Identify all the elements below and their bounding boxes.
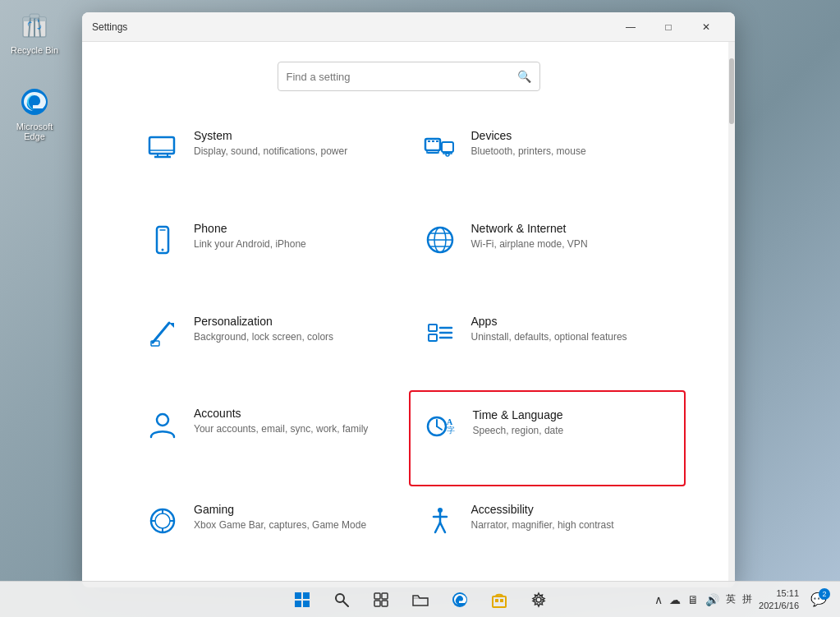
accounts-icon	[145, 407, 181, 443]
settings-item-network[interactable]: Network & Internet Wi-Fi, airplane mode,…	[409, 205, 686, 298]
svg-line-51	[440, 523, 445, 532]
search-box[interactable]: 🔍	[278, 62, 540, 91]
cloud-icon[interactable]: ☁	[668, 592, 682, 608]
time-language-text: Time & Language Speech, region, date	[473, 408, 564, 438]
title-bar: Settings — □ ✕	[82, 12, 735, 42]
recycle-bin-image	[18, 9, 51, 42]
svg-rect-64	[495, 599, 498, 602]
settings-item-phone[interactable]: Phone Link your Android, iPhone	[131, 205, 409, 298]
accounts-desc: Your accounts, email, sync, work, family	[194, 422, 368, 436]
notification-badge: 2	[819, 588, 830, 600]
personalization-text: Personalization Background, lock screen,…	[194, 315, 333, 344]
svg-rect-19	[436, 140, 438, 142]
chevron-up-icon[interactable]: ∧	[653, 592, 664, 608]
time-language-icon: A 字	[424, 408, 460, 444]
taskbar-time[interactable]: 15:11 2021/6/16	[759, 587, 799, 611]
svg-point-35	[157, 414, 168, 426]
minimize-button[interactable]: —	[612, 12, 650, 42]
volume-icon[interactable]: 🔊	[704, 592, 721, 608]
devices-desc: Bluetooth, printers, mouse	[471, 145, 586, 159]
maximize-button[interactable]: □	[650, 12, 687, 42]
settings-item-time-language[interactable]: A 字 Time & Language Speech, region, date	[409, 390, 686, 486]
svg-rect-17	[428, 140, 430, 142]
devices-text: Devices Bluetooth, printers, mouse	[471, 129, 586, 159]
svg-rect-58	[374, 593, 380, 599]
taskbar-settings-button[interactable]	[521, 585, 557, 615]
devices-icon	[422, 129, 458, 165]
system-title: System	[194, 129, 347, 142]
system-text: System Display, sound, notifications, po…	[194, 129, 347, 159]
taskbar-search-button[interactable]	[324, 585, 360, 615]
svg-rect-30	[429, 325, 437, 331]
date-display: 2021/6/16	[759, 600, 799, 611]
system-icon	[145, 129, 181, 165]
edge-image	[18, 85, 51, 118]
time-language-desc: Speech, region, date	[473, 424, 564, 438]
phone-text: Phone Link your Android, iPhone	[194, 222, 306, 251]
phone-title: Phone	[194, 222, 306, 235]
apps-title: Apps	[471, 315, 627, 328]
settings-item-accounts[interactable]: Accounts Your accounts, email, sync, wor…	[131, 390, 409, 486]
taskbar-edge-button[interactable]	[442, 585, 478, 615]
search-input[interactable]	[287, 71, 517, 83]
task-view-button[interactable]	[363, 585, 399, 615]
time-display: 15:11	[759, 587, 799, 599]
phone-desc: Link your Android, iPhone	[194, 237, 306, 251]
scrollbar-track[interactable]	[728, 42, 735, 587]
svg-line-28	[153, 323, 169, 343]
network-icon	[422, 222, 458, 258]
settings-item-gaming[interactable]: Gaming Xbox Game Bar, captures, Game Mod…	[131, 486, 409, 579]
gaming-icon	[145, 503, 181, 539]
accounts-title: Accounts	[194, 407, 368, 420]
svg-text:字: 字	[447, 426, 455, 435]
personalization-title: Personalization	[194, 315, 333, 328]
settings-item-accessibility[interactable]: Accessibility Narrator, magnifier, high …	[409, 486, 686, 579]
settings-item-system[interactable]: System Display, sound, notifications, po…	[131, 113, 409, 205]
accessibility-text: Accessibility Narrator, magnifier, high …	[471, 503, 614, 532]
phone-icon	[145, 222, 181, 258]
lang-icon[interactable]: 英	[724, 591, 737, 608]
apps-icon	[422, 315, 458, 351]
start-button[interactable]	[284, 585, 320, 615]
accessibility-title: Accessibility	[471, 503, 614, 516]
network-desc: Wi-Fi, airplane mode, VPN	[471, 237, 588, 251]
accessibility-icon	[422, 503, 458, 539]
gaming-title: Gaming	[194, 503, 366, 516]
svg-point-15	[446, 153, 449, 156]
svg-rect-5	[30, 14, 39, 18]
recycle-bin-icon[interactable]: Recycle Bin	[2, 6, 67, 58]
svg-rect-60	[374, 601, 380, 606]
gaming-desc: Xbox Game Bar, captures, Game Mode	[194, 518, 366, 532]
taskbar-center	[284, 585, 557, 615]
notification-button[interactable]: 💬 2	[804, 585, 833, 615]
time-language-title: Time & Language	[473, 408, 564, 421]
gaming-text: Gaming Xbox Game Bar, captures, Game Mod…	[194, 503, 366, 532]
settings-window: Settings — □ ✕ 🔍 System	[82, 12, 735, 587]
settings-item-apps[interactable]: Apps Uninstall, defaults, optional featu…	[409, 298, 686, 391]
ime-icon[interactable]: 拼	[741, 591, 754, 608]
search-container: 🔍	[82, 42, 735, 104]
search-icon: 🔍	[517, 70, 531, 83]
network-text: Network & Internet Wi-Fi, airplane mode,…	[471, 222, 588, 251]
close-button[interactable]: ✕	[687, 12, 725, 42]
accessibility-desc: Narrator, magnifier, high contrast	[471, 518, 614, 532]
file-explorer-button[interactable]	[402, 585, 438, 615]
scrollbar-thumb[interactable]	[729, 58, 734, 124]
devices-title: Devices	[471, 129, 586, 142]
settings-item-devices[interactable]: Devices Bluetooth, printers, mouse	[409, 113, 686, 205]
svg-rect-59	[382, 593, 388, 599]
microsoft-edge-icon[interactable]: MicrosoftEdge	[2, 82, 67, 145]
svg-point-22	[162, 248, 164, 251]
svg-rect-13	[442, 142, 453, 152]
svg-rect-55	[303, 601, 310, 607]
svg-line-38	[437, 426, 442, 430]
svg-point-42	[155, 513, 170, 528]
settings-grid: System Display, sound, notifications, po…	[82, 104, 735, 587]
settings-item-personalization[interactable]: Personalization Background, lock screen,…	[131, 298, 409, 391]
svg-line-57	[343, 601, 348, 606]
network-tray-icon[interactable]: 🖥	[686, 592, 700, 608]
system-tray: ∧ ☁ 🖥 🔊 英 拼	[653, 591, 754, 608]
taskbar-store-button[interactable]	[481, 585, 517, 615]
svg-rect-65	[500, 599, 503, 602]
personalization-icon	[145, 315, 181, 351]
